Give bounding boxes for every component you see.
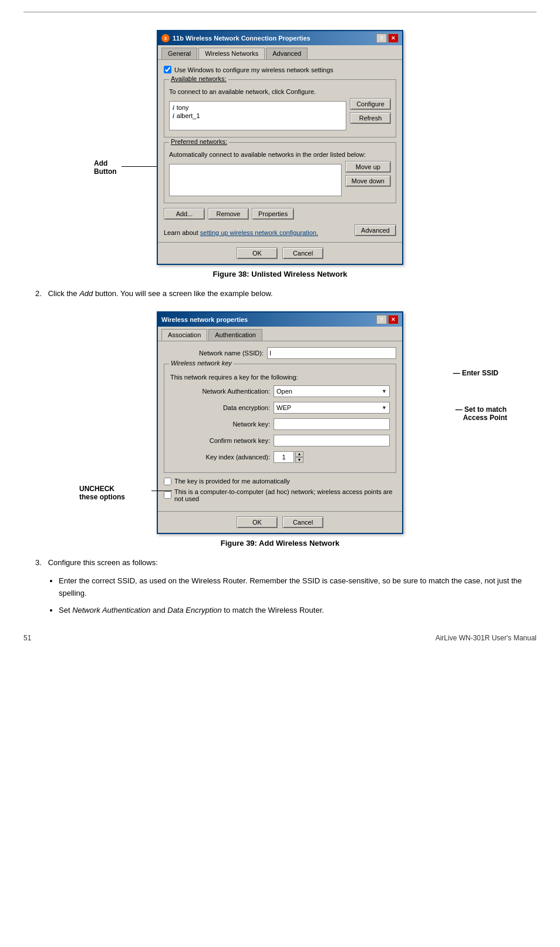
spinner-up[interactable]: ▲ [295, 451, 303, 457]
advanced-button[interactable]: Advanced [355, 224, 396, 236]
tab-wireless-networks[interactable]: Wireless Networks [198, 48, 265, 59]
spinner-down[interactable]: ▼ [295, 457, 303, 463]
key-description: This network requires a key for the foll… [170, 374, 390, 381]
move-up-button[interactable]: Move up [345, 161, 391, 173]
figure2-caption: Figure 39: Add Wireless Network [23, 539, 537, 548]
dialog-tabs: General Wireless Networks Advanced [158, 45, 402, 60]
cancel-button[interactable]: Cancel [282, 247, 323, 259]
titlebar-buttons: ? ✕ [376, 33, 399, 43]
learn-link[interactable]: setting up wireless network configuratio… [200, 229, 318, 236]
network-key-row: Network key: [170, 418, 390, 430]
available-networks-desc: To connect to an available network, clic… [169, 88, 391, 95]
close-button[interactable]: ✕ [388, 33, 399, 43]
preferred-side-buttons: Move up Move down [345, 161, 391, 199]
step3-intro-row: 3. Configure this screen as follows: [35, 557, 537, 569]
ok-button[interactable]: OK [237, 247, 278, 259]
dialog-wireless-properties: ± 11b Wireless Network Connection Proper… [157, 30, 403, 265]
bullet-item-2: Set Network Authentication and Data Encr… [59, 605, 537, 617]
add-button[interactable]: Add... [164, 208, 205, 220]
learn-row: Learn about setting up wireless network … [164, 224, 396, 236]
adhoc-checkbox[interactable] [164, 491, 171, 499]
step2-add-italic: Add [79, 289, 93, 298]
page-divider [23, 12, 537, 12]
titlebar-icon: ± [161, 34, 170, 42]
key-index-value: 1 [282, 454, 285, 461]
network-key-input[interactable] [274, 418, 390, 430]
dialog-title: 11b Wireless Network Connection Properti… [173, 35, 311, 42]
dialog2-ok-button[interactable]: OK [237, 516, 278, 528]
network-name-tony: tony [177, 104, 189, 111]
dialog2-titlebar-buttons: ? ✕ [376, 315, 399, 324]
auth-select[interactable]: Open ▼ [274, 385, 390, 397]
auto-key-checkbox[interactable] [164, 478, 171, 485]
encryption-value: WEP [276, 404, 291, 411]
dialog-body: Use Windows to configure my wireless net… [158, 60, 402, 242]
wireless-key-group-label: Wireless network key [169, 360, 234, 367]
available-row: i tony i albert_1 Configure [169, 98, 391, 133]
network-name-row: Network name (SSID): [164, 347, 396, 359]
available-list-col: i tony i albert_1 [169, 98, 346, 133]
key-index-spinner: 1 ▲ ▼ [274, 451, 303, 463]
configure-button[interactable]: Configure [350, 98, 391, 110]
network-item-tony: i tony [171, 103, 344, 112]
key-index-row: Key index (advanced): 1 ▲ ▼ [170, 451, 390, 463]
available-networks-content: To connect to an available network, clic… [169, 88, 391, 133]
network-icon-albert: i [173, 113, 174, 119]
learn-text1: Learn about [164, 229, 200, 236]
auto-key-row: The key is provided for me automatically [164, 478, 396, 485]
dialog2-title: Wireless network properties [161, 316, 248, 323]
dialog2-titlebar-left: Wireless network properties [161, 316, 248, 323]
remove-button[interactable]: Remove [208, 208, 249, 220]
encryption-row: Data encryption: WEP ▼ [170, 402, 390, 414]
wireless-key-group: Wireless network key This network requir… [164, 364, 396, 473]
network-name-albert: albert_1 [177, 112, 200, 119]
use-windows-checkbox[interactable] [164, 66, 171, 73]
tab-general[interactable]: General [161, 48, 197, 59]
tab-advanced[interactable]: Advanced [266, 48, 308, 59]
manual-title: AirLive WN-301R User's Manual [436, 634, 537, 642]
tab2-association[interactable]: Association [161, 329, 207, 341]
tab2-authentication[interactable]: Authentication [208, 329, 262, 341]
preferred-row: Move up Move down [169, 161, 391, 199]
network-item-albert: i albert_1 [171, 112, 344, 120]
move-down-button[interactable]: Move down [345, 175, 391, 187]
step3-intro: Configure this screen as follows: [48, 558, 158, 567]
network-list: i tony i albert_1 [169, 101, 346, 130]
confirm-key-input[interactable] [274, 435, 390, 446]
dialog2-wireless-props: Wireless network properties ? ✕ Associat… [157, 311, 403, 534]
preferred-networks-desc: Automatically connect to available netwo… [169, 151, 391, 158]
dialog2-footer: OK Cancel [158, 511, 402, 533]
figure1-caption: Figure 38: Unlisted Wireless Network [23, 270, 537, 278]
dialog2-help-button[interactable]: ? [376, 315, 387, 324]
encryption-arrow: ▼ [382, 405, 387, 411]
network-name-input[interactable] [267, 347, 396, 359]
properties-button[interactable]: Properties [252, 208, 294, 220]
help-button[interactable]: ? [376, 33, 387, 43]
uncheck-line [151, 491, 172, 491]
dialog2-close-button[interactable]: ✕ [388, 315, 399, 324]
refresh-button[interactable]: Refresh [350, 112, 391, 124]
use-windows-label: Use Windows to configure my wireless net… [174, 66, 333, 73]
confirm-key-row: Confirm network key: [170, 435, 390, 446]
page-footer: 51 AirLive WN-301R User's Manual [23, 634, 537, 642]
adhoc-label: This is a computer-to-computer (ad hoc) … [174, 488, 396, 502]
preferred-list-col [169, 161, 342, 199]
add-button-annotation: Add Button [94, 159, 117, 176]
dialog2-cancel-button[interactable]: Cancel [282, 516, 323, 528]
auth-label: Network Authentication: [170, 388, 270, 395]
use-windows-row: Use Windows to configure my wireless net… [164, 66, 396, 73]
learn-text: Learn about setting up wireless network … [164, 229, 318, 236]
auto-key-label: The key is provided for me automatically [174, 478, 290, 485]
annotation-line [122, 166, 157, 167]
page-number: 51 [23, 634, 31, 642]
auth-arrow: ▼ [382, 388, 387, 394]
auth-value: Open [276, 388, 292, 395]
step3-bullet-list: Enter the correct SSID, as used on the W… [59, 575, 537, 616]
dialog2-body: Network name (SSID): Wireless network ke… [158, 341, 402, 511]
encryption-select[interactable]: WEP ▼ [274, 402, 390, 414]
preferred-list [169, 164, 342, 196]
confirm-key-label: Confirm network key: [170, 437, 270, 444]
set-to-match-annotation: — Set to match Access Point [456, 405, 507, 422]
key-index-label: Key index (advanced): [170, 454, 270, 461]
wireless-key-content: This network requires a key for the foll… [170, 374, 390, 463]
